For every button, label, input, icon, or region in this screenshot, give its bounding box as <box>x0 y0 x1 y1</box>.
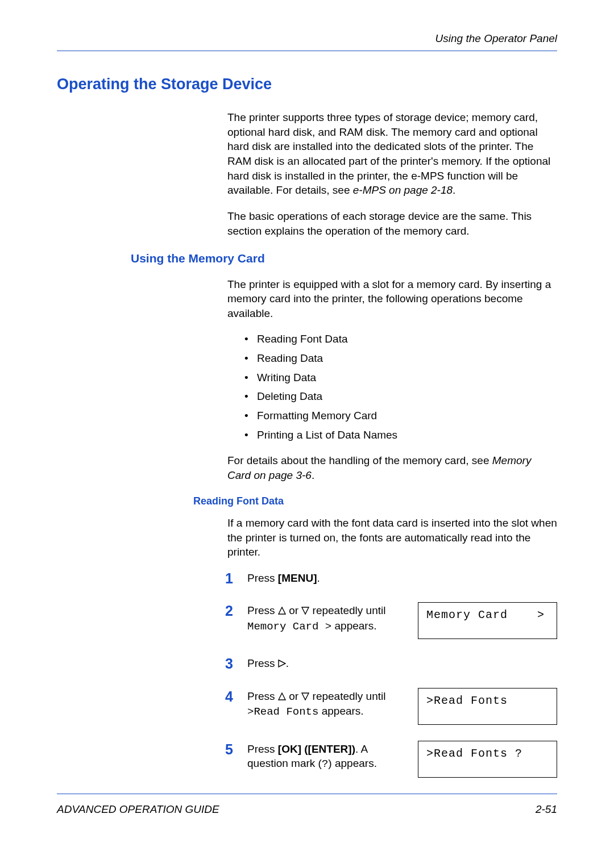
rfd-block: If a memory card with the font data card… <box>227 516 557 560</box>
list-item: Reading Data <box>244 351 557 366</box>
down-triangle-icon <box>301 604 309 619</box>
step-text: Press or repeatedly until >Read Fonts ap… <box>247 689 418 720</box>
text: repeatedly until <box>309 604 385 616</box>
text: Press <box>247 572 278 584</box>
running-header: Using the Operator Panel <box>57 31 557 46</box>
text: . <box>453 184 455 196</box>
svg-marker-0 <box>279 607 285 614</box>
memory-detail: For details about the handling of the me… <box>227 453 557 482</box>
list-item: Formatting Memory Card <box>244 408 557 423</box>
text: appears. <box>318 705 363 717</box>
svg-marker-1 <box>302 607 309 614</box>
text: appears. <box>331 620 376 632</box>
display-text: Memory Card > <box>247 620 331 633</box>
step-number: 1 <box>193 571 247 587</box>
text: The printer supports three types of stor… <box>227 111 550 196</box>
footer: ADVANCED OPERATION GUIDE 2-51 <box>57 794 557 817</box>
heading-3: Reading Font Data <box>193 494 557 508</box>
list-item: Writing Data <box>244 370 557 385</box>
text: . <box>317 572 320 584</box>
step-text: Press [OK] ([ENTER]). A question mark (?… <box>247 742 418 772</box>
text: Press <box>247 743 278 755</box>
memory-block: The printer is equipped with a slot for … <box>227 277 557 483</box>
step-number: 4 <box>193 689 247 705</box>
heading-1: Operating the Storage Device <box>57 74 557 94</box>
display-text: >Read Fonts <box>247 706 318 718</box>
text: Press <box>247 657 278 669</box>
footer-right: 2-51 <box>536 802 557 817</box>
step-number: 3 <box>193 656 247 672</box>
top-rule <box>57 51 557 51</box>
list-item: Deleting Data <box>244 389 557 404</box>
step-5: 5 Press [OK] ([ENTER]). A question mark … <box>57 742 557 778</box>
intro-block: The printer supports three types of stor… <box>227 110 557 238</box>
step-2: 2 Press or repeatedly until Memory Card … <box>57 603 557 639</box>
text: For details about the handling of the me… <box>227 454 492 466</box>
down-triangle-icon <box>301 690 309 704</box>
svg-marker-2 <box>279 660 285 667</box>
step-4: 4 Press or repeatedly until >Read Fonts … <box>57 689 557 725</box>
footer-left: ADVANCED OPERATION GUIDE <box>57 802 219 817</box>
steps: 1 Press [MENU]. 2 Press or repeatedly un… <box>57 571 557 778</box>
text: . <box>312 469 314 481</box>
text: ) appears. <box>328 757 377 769</box>
text: Press <box>247 604 278 616</box>
step-3: 3 Press . <box>57 656 557 672</box>
key-ok-enter: [OK] ([ENTER]) <box>278 743 355 755</box>
memory-intro: The printer is equipped with a slot for … <box>227 277 557 321</box>
list-item: Printing a List of Data Names <box>244 428 557 443</box>
intro-para-2: The basic operations of each storage dev… <box>227 209 557 238</box>
lcd-display: Memory Card > <box>418 602 557 639</box>
intro-para-1: The printer supports three types of stor… <box>227 110 557 198</box>
rfd-intro: If a memory card with the font data card… <box>227 516 557 560</box>
up-triangle-icon <box>278 604 286 619</box>
step-1: 1 Press [MENU]. <box>57 571 557 587</box>
footer-rule <box>57 794 557 794</box>
step-number: 2 <box>193 603 247 619</box>
heading-2: Using the Memory Card <box>131 251 557 266</box>
right-triangle-icon <box>278 657 286 671</box>
step-text: Press [MENU]. <box>247 571 557 586</box>
page: Using the Operator Panel Operating the S… <box>0 0 614 868</box>
svg-marker-4 <box>302 693 309 700</box>
text: . <box>286 657 289 669</box>
step-number: 5 <box>193 742 247 758</box>
ref-emps: e-MPS on page 2-18 <box>353 184 453 196</box>
step-text: Press or repeatedly until Memory Card > … <box>247 603 418 634</box>
step-text: Press . <box>247 656 557 671</box>
text: or <box>286 604 301 616</box>
text: or <box>286 690 301 702</box>
up-triangle-icon <box>278 690 286 704</box>
svg-marker-3 <box>279 693 285 700</box>
key-menu: [MENU] <box>278 572 317 584</box>
lcd-display: >Read Fonts ? <box>418 741 557 778</box>
text: repeatedly until <box>309 690 385 702</box>
list-item: Reading Font Data <box>244 332 557 347</box>
display-text: ? <box>322 758 328 770</box>
lcd-display: >Read Fonts <box>418 688 557 725</box>
text: Press <box>247 690 278 702</box>
bullet-list: Reading Font Data Reading Data Writing D… <box>244 332 557 442</box>
